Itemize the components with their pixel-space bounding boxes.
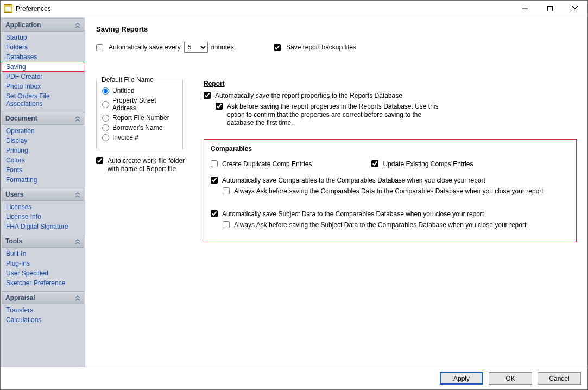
radio-label: Invoice # xyxy=(112,134,138,141)
sidebar-group-items: Startup Folders Databases Saving PDF Cre… xyxy=(2,32,84,111)
sidebar-item-printing[interactable]: Printing xyxy=(2,146,84,155)
sidebar-item-fonts[interactable]: Fonts xyxy=(2,165,84,175)
create-duplicate-row: Create Duplicate Comp Entries xyxy=(211,160,312,168)
minimize-icon xyxy=(522,6,528,11)
titlebar: Preferences xyxy=(1,1,587,17)
sidebar-group-users[interactable]: Users xyxy=(2,188,84,201)
app-icon xyxy=(4,4,12,13)
sidebar-item-folders[interactable]: Folders xyxy=(2,42,84,52)
sidebar-item-pdf-creator[interactable]: PDF Creator xyxy=(2,72,84,81)
auto-create-checkbox[interactable] xyxy=(96,157,103,164)
chevron-up-icon xyxy=(75,238,80,244)
sidebar-item-fha-digital-signature[interactable]: FHA Digital Signature xyxy=(2,222,84,231)
sidebar-item-saving[interactable]: Saving xyxy=(2,62,84,72)
svg-rect-0 xyxy=(548,7,553,11)
body: Application Startup Folders Databases Sa… xyxy=(1,17,587,367)
sidebar-item-databases[interactable]: Databases xyxy=(2,52,84,62)
ok-button[interactable]: OK xyxy=(489,372,532,385)
update-existing-row: Update Existing Comps Entries xyxy=(371,160,473,168)
auto-save-comps-row: Automatically save Comparables to the Co… xyxy=(211,177,570,184)
apply-button[interactable]: Apply xyxy=(440,372,483,385)
top-row: Automatically save every 5 minutes. Save… xyxy=(96,42,577,53)
sidebar-item-plug-ins[interactable]: Plug-Ins xyxy=(2,259,84,268)
auto-save-unit: minutes. xyxy=(211,43,236,51)
ask-subject-checkbox[interactable] xyxy=(223,221,230,228)
sidebar-group-items: Transfers Calculations xyxy=(2,304,84,327)
chevron-up-icon xyxy=(75,295,80,300)
sidebar-item-licenses[interactable]: Licenses xyxy=(2,202,84,212)
ask-subject-label: Always Ask before saving the Subject Dat… xyxy=(234,221,526,229)
comparables-box: Comparables Create Duplicate Comp Entrie… xyxy=(204,139,577,242)
create-duplicate-checkbox[interactable] xyxy=(211,160,218,167)
ask-subject-row: Always Ask before saving the Subject Dat… xyxy=(223,221,570,229)
cancel-button[interactable]: Cancel xyxy=(538,372,581,385)
radio-borrowers-name-input[interactable] xyxy=(102,124,109,131)
radio-label: Property Street Address xyxy=(112,97,177,112)
report-auto-save-props-checkbox[interactable] xyxy=(204,92,211,99)
auto-save-comps-checkbox[interactable] xyxy=(211,177,218,184)
auto-save-subject-label: Automatically save Subject Data to the C… xyxy=(222,210,484,218)
auto-save-row: Automatically save every 5 minutes. xyxy=(96,42,236,53)
maximize-button[interactable] xyxy=(538,1,562,17)
radio-invoice-number[interactable]: Invoice # xyxy=(102,134,177,141)
report-auto-save-props-label: Automatically save the report properties… xyxy=(215,92,402,99)
chevron-up-icon xyxy=(75,22,80,28)
sidebar-item-formatting[interactable]: Formatting xyxy=(2,175,84,185)
ask-comps-checkbox[interactable] xyxy=(223,187,230,194)
report-heading: Report xyxy=(204,80,577,87)
sidebar-item-operation[interactable]: Operation xyxy=(2,126,84,136)
sidebar-group-appraisal[interactable]: Appraisal xyxy=(2,291,84,304)
sidebar-item-sketcher-preference[interactable]: Sketcher Preference xyxy=(2,278,84,288)
auto-create-row: Auto create work file folder with name o… xyxy=(96,157,188,173)
sidebar-group-tools[interactable]: Tools xyxy=(2,235,84,248)
sidebar-item-colors[interactable]: Colors xyxy=(2,155,84,165)
comparables-heading: Comparables xyxy=(211,145,570,153)
sidebar-item-display[interactable]: Display xyxy=(2,136,84,146)
footer: Apply OK Cancel xyxy=(1,367,587,389)
auto-save-subject-checkbox[interactable] xyxy=(211,210,218,217)
radio-report-file-number[interactable]: Report File Number xyxy=(102,114,177,122)
auto-create-label: Auto create work file folder with name o… xyxy=(108,157,188,173)
sidebar-item-calculations[interactable]: Calculations xyxy=(2,315,84,325)
right-column: Report Automatically save the report pro… xyxy=(204,80,577,242)
backup-row: Save report backup files xyxy=(274,43,356,51)
sidebar-group-label: Users xyxy=(5,191,23,198)
radio-untitled[interactable]: Untitled xyxy=(102,87,177,95)
sidebar-item-transfers[interactable]: Transfers xyxy=(2,305,84,315)
content-pane: Saving Reports Automatically save every … xyxy=(85,17,587,367)
sidebar: Application Startup Folders Databases Sa… xyxy=(1,17,85,367)
radio-label: Untitled xyxy=(112,87,135,95)
minimize-button[interactable] xyxy=(513,1,538,17)
radio-report-file-number-input[interactable] xyxy=(102,115,109,122)
sidebar-group-application[interactable]: Application xyxy=(2,18,84,32)
backup-checkbox[interactable] xyxy=(274,44,281,51)
ask-comps-row: Always Ask before saving the Comparables… xyxy=(223,187,570,195)
chevron-up-icon xyxy=(75,192,80,197)
sidebar-item-user-specified[interactable]: User Specified xyxy=(2,268,84,278)
radio-untitled-input[interactable] xyxy=(102,87,109,95)
maximize-icon xyxy=(547,6,553,11)
auto-save-interval-select[interactable]: 5 xyxy=(184,42,208,53)
sidebar-item-license-info[interactable]: License Info xyxy=(2,212,84,222)
update-existing-checkbox[interactable] xyxy=(371,160,378,167)
radio-property-street-address-input[interactable] xyxy=(102,101,109,108)
close-button[interactable] xyxy=(562,1,587,17)
sidebar-item-built-in[interactable]: Built-In xyxy=(2,249,84,259)
chevron-up-icon xyxy=(75,116,80,121)
preferences-window: Preferences Application Startup Folders xyxy=(0,0,588,390)
sidebar-item-startup[interactable]: Startup xyxy=(2,33,84,42)
radio-borrowers-name[interactable]: Borrower's Name xyxy=(102,124,177,131)
close-icon xyxy=(572,6,578,11)
auto-save-checkbox[interactable] xyxy=(96,44,103,51)
radio-label: Report File Number xyxy=(112,114,169,122)
radio-invoice-number-input[interactable] xyxy=(102,134,109,141)
sidebar-group-document[interactable]: Document xyxy=(2,112,84,125)
sidebar-group-label: Appraisal xyxy=(5,294,35,301)
create-duplicate-label: Create Duplicate Comp Entries xyxy=(222,160,312,168)
sidebar-item-photo-inbox[interactable]: Photo Inbox xyxy=(2,81,84,91)
sidebar-item-set-orders-file-associations[interactable]: Set Orders File Associations xyxy=(2,91,84,109)
report-ask-before-checkbox[interactable] xyxy=(216,103,223,110)
default-file-name-legend: Default File Name xyxy=(100,76,155,84)
radio-property-street-address[interactable]: Property Street Address xyxy=(102,97,177,112)
window-title: Preferences xyxy=(16,5,51,12)
